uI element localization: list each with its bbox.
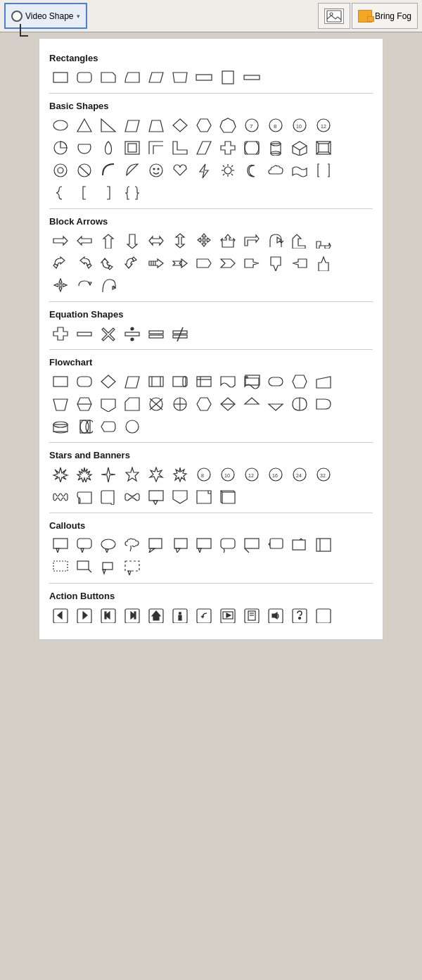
shape-circle-star-32[interactable]: 32 xyxy=(312,465,335,484)
shape-up-down-arrow[interactable] xyxy=(169,231,191,251)
shape-wide-rectangle[interactable] xyxy=(193,68,215,87)
shape-action-info[interactable] xyxy=(169,605,191,625)
shape-fc-merge[interactable] xyxy=(264,394,287,414)
shape-teardrop[interactable] xyxy=(97,138,120,158)
bring-fog-button[interactable]: Bring Fog xyxy=(352,3,418,29)
shape-action-return[interactable] xyxy=(193,605,215,625)
shape-fc-display[interactable] xyxy=(97,417,120,436)
shape-quad-arrow-callout[interactable] xyxy=(49,276,72,296)
shape-quad-arrow[interactable] xyxy=(193,231,215,251)
shape-fc-or[interactable] xyxy=(193,394,215,414)
shape-circle-12[interactable]: 12 xyxy=(312,115,335,135)
shape-callout-lines[interactable] xyxy=(121,558,143,577)
shape-bracket-left[interactable] xyxy=(73,183,96,203)
shape-curly-brace-left[interactable] xyxy=(49,183,72,203)
shape-fc-internal-storage[interactable] xyxy=(193,372,215,391)
shape-pentagon[interactable] xyxy=(193,253,215,273)
shape-action-movie[interactable] xyxy=(217,605,239,625)
shape-callout-round-rect[interactable] xyxy=(73,535,96,555)
shape-right-triangle[interactable] xyxy=(97,115,120,135)
shape-callout-diagonal[interactable] xyxy=(73,558,96,577)
shape-minus[interactable] xyxy=(73,324,96,344)
shape-banner-wavy[interactable] xyxy=(49,487,72,507)
shape-callout-cloud[interactable] xyxy=(121,535,143,555)
shape-callout-oval[interactable] xyxy=(97,535,120,555)
shape-circle-star-24[interactable]: 24 xyxy=(288,465,311,484)
shape-banner-horizontal-scroll[interactable] xyxy=(73,487,96,507)
shape-action-blank[interactable] xyxy=(312,605,335,625)
shape-snip-corner[interactable] xyxy=(97,68,120,87)
shape-round-diagonal[interactable] xyxy=(121,68,143,87)
shape-callout-no-border[interactable] xyxy=(49,558,72,577)
shape-banner-wave2[interactable] xyxy=(121,487,143,507)
shape-curved-right-arrow[interactable] xyxy=(49,253,72,273)
shape-trapezoid2[interactable] xyxy=(145,115,167,135)
shape-flat-rectangle[interactable] xyxy=(241,68,263,87)
shape-cross[interactable] xyxy=(217,138,239,158)
shape-fc-card[interactable] xyxy=(121,394,143,414)
shape-left-arrow[interactable] xyxy=(73,231,96,251)
shape-curved-up-arrow[interactable] xyxy=(97,253,120,273)
shape-banner-rectangle-callout[interactable] xyxy=(145,487,167,507)
shape-action-home[interactable] xyxy=(145,605,167,625)
shape-hexagon[interactable] xyxy=(193,115,215,135)
shape-star-6[interactable] xyxy=(145,465,167,484)
shape-up-arrow-callout[interactable] xyxy=(312,253,335,273)
shape-notched-right-arrow[interactable] xyxy=(169,253,191,273)
shape-circle-8[interactable]: 8 xyxy=(264,115,287,135)
shape-heart[interactable] xyxy=(169,161,191,180)
shape-can[interactable] xyxy=(264,138,287,158)
shape-block-arc[interactable] xyxy=(121,161,143,180)
shape-curved-left-arrow[interactable] xyxy=(73,253,96,273)
shape-action-beginning[interactable] xyxy=(97,605,120,625)
shape-bent-up-arrow[interactable] xyxy=(312,231,335,251)
shape-fc-decision[interactable] xyxy=(97,372,120,391)
shape-fc-offpage-connector[interactable] xyxy=(97,394,120,414)
shape-divide[interactable] xyxy=(121,324,143,344)
shape-l-shape[interactable] xyxy=(169,138,191,158)
shape-arc[interactable] xyxy=(97,161,120,180)
shape-action-document[interactable] xyxy=(241,605,263,625)
shape-bracket-pair[interactable] xyxy=(312,161,335,180)
shape-diamond[interactable] xyxy=(169,115,191,135)
shape-exploding-star-4[interactable] xyxy=(49,465,72,484)
shape-equals[interactable] xyxy=(145,324,167,344)
shape-chevron[interactable] xyxy=(217,253,239,273)
shape-fc-multidocument[interactable] xyxy=(241,372,263,391)
shape-chord[interactable] xyxy=(73,138,96,158)
shape-isosceles-triangle[interactable] xyxy=(73,115,96,135)
shape-circle-star-16[interactable]: 16 xyxy=(264,465,287,484)
shape-fc-document[interactable] xyxy=(217,372,239,391)
shape-cube[interactable] xyxy=(288,138,311,158)
shape-banner-fold2[interactable] xyxy=(217,487,239,507)
shape-fc-stored-data2[interactable] xyxy=(288,394,311,414)
shape-multiply[interactable] xyxy=(97,324,120,344)
shape-fc-stored-data[interactable] xyxy=(169,372,191,391)
shape-circle-star-12[interactable]: 12 xyxy=(241,465,263,484)
shape-callout-rect2[interactable] xyxy=(145,535,167,555)
shape-circle-7[interactable]: 7 xyxy=(241,115,263,135)
shape-diagonal-stripe[interactable] xyxy=(193,138,215,158)
shape-circle-star-8[interactable]: 8 xyxy=(193,465,215,484)
shape-uturn-arrow2[interactable] xyxy=(97,276,120,296)
shape-rounded-rectangle[interactable] xyxy=(73,68,96,87)
shape-up-arrow[interactable] xyxy=(97,231,120,251)
shape-fc-predefined-process[interactable] xyxy=(145,372,167,391)
shape-down-arrow[interactable] xyxy=(121,231,143,251)
shape-down-arrow-callout[interactable] xyxy=(264,253,287,273)
shape-curved-down-arrow[interactable] xyxy=(121,253,143,273)
shape-moon[interactable] xyxy=(241,161,263,180)
shape-callout-small[interactable] xyxy=(97,558,120,577)
shape-smiley[interactable] xyxy=(145,161,167,180)
shape-fc-cross[interactable] xyxy=(145,394,167,414)
shape-fc-direct-access-storage[interactable] xyxy=(73,417,96,436)
shape-curly-brace-pair[interactable] xyxy=(121,183,143,203)
shape-pie[interactable] xyxy=(49,138,72,158)
shape-lightning-bolt[interactable] xyxy=(193,161,215,180)
shape-callout-border2[interactable] xyxy=(288,535,311,555)
shape-fc-extract[interactable] xyxy=(241,394,263,414)
shape-star-5[interactable] xyxy=(121,465,143,484)
shape-fc-circle2[interactable] xyxy=(121,417,143,436)
image-button[interactable] xyxy=(318,3,350,29)
shape-action-sound[interactable] xyxy=(264,605,287,625)
